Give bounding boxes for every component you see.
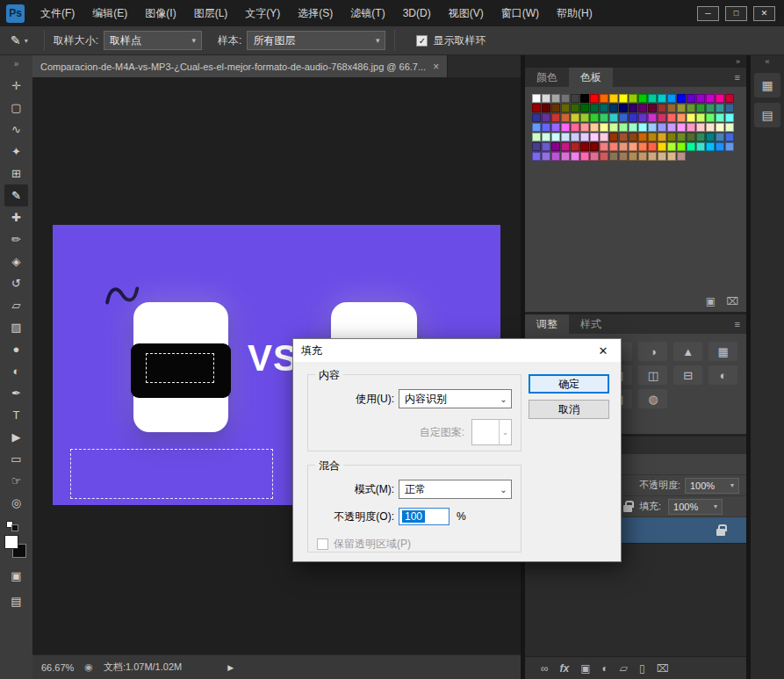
- color-swatch[interactable]: [542, 123, 550, 132]
- color-swatch[interactable]: [638, 94, 647, 103]
- foreground-background-colors[interactable]: [4, 535, 26, 558]
- show-sampling-ring-checkbox[interactable]: ✓: [416, 35, 428, 47]
- new-swatch-icon[interactable]: ▣: [706, 295, 716, 307]
- color-swatch[interactable]: [590, 104, 599, 112]
- color-swatch[interactable]: [716, 123, 724, 132]
- color-swatch[interactable]: [725, 94, 734, 103]
- hue-saturation-icon[interactable]: ▦: [708, 342, 737, 361]
- color-swatch[interactable]: [609, 133, 618, 141]
- lasso-tool[interactable]: ∿: [4, 119, 28, 141]
- marquee-tool[interactable]: ▢: [4, 97, 28, 119]
- color-swatch[interactable]: [542, 113, 550, 122]
- ok-button[interactable]: 确定: [529, 374, 609, 394]
- color-swatch[interactable]: [619, 152, 628, 161]
- color-swatch[interactable]: [580, 133, 589, 141]
- color-swatch[interactable]: [696, 142, 705, 151]
- dodge-tool[interactable]: ◐: [4, 360, 28, 382]
- menu-window[interactable]: 窗口(W): [493, 0, 548, 26]
- menu-type[interactable]: 文字(Y): [236, 0, 289, 26]
- menu-filter[interactable]: 滤镜(T): [342, 0, 393, 26]
- color-swatch[interactable]: [590, 133, 599, 141]
- color-swatch[interactable]: [677, 152, 686, 161]
- color-swatch[interactable]: [687, 113, 695, 122]
- channel-mixer-icon[interactable]: ◫: [638, 365, 667, 385]
- layer-mask-icon[interactable]: ▣: [580, 662, 590, 675]
- color-swatch[interactable]: [667, 123, 676, 132]
- fill-select[interactable]: 100% ▾: [668, 499, 723, 515]
- color-swatch[interactable]: [687, 142, 695, 151]
- color-swatch[interactable]: [706, 113, 715, 122]
- color-swatch[interactable]: [571, 152, 579, 161]
- collapse-panels-icon[interactable]: »: [736, 57, 740, 66]
- link-icon[interactable]: ∞: [541, 662, 549, 675]
- color-swatch[interactable]: [619, 123, 628, 132]
- color-swatch[interactable]: [706, 133, 715, 141]
- color-swatch[interactable]: [696, 104, 705, 112]
- color-swatch[interactable]: [619, 113, 628, 122]
- color-swatch[interactable]: [677, 123, 686, 132]
- color-swatch[interactable]: [629, 133, 637, 141]
- dialog-title-bar[interactable]: 填充 ✕: [293, 339, 621, 362]
- color-swatch[interactable]: [551, 123, 560, 132]
- color-swatch[interactable]: [638, 113, 647, 122]
- menu-help[interactable]: 帮助(H): [548, 0, 601, 26]
- maximize-button[interactable]: □: [725, 6, 747, 21]
- color-swatch[interactable]: [658, 104, 666, 112]
- color-swatch[interactable]: [725, 123, 734, 132]
- color-swatch[interactable]: [532, 133, 541, 141]
- color-swatch[interactable]: [551, 104, 560, 112]
- group-icon[interactable]: ▱: [620, 662, 628, 675]
- color-swatch[interactable]: [658, 94, 666, 103]
- color-swatch[interactable]: [706, 142, 715, 151]
- color-swatch[interactable]: [638, 152, 647, 161]
- color-swatch[interactable]: [532, 123, 541, 132]
- color-lookup-icon[interactable]: ⊟: [673, 365, 702, 385]
- color-swatch[interactable]: [629, 113, 637, 122]
- color-swatch[interactable]: [667, 104, 676, 112]
- zoom-tool[interactable]: ◎: [4, 492, 28, 514]
- color-swatch[interactable]: [648, 94, 657, 103]
- color-swatch[interactable]: [725, 142, 734, 151]
- color-swatch[interactable]: [609, 123, 618, 132]
- sample-size-select[interactable]: 取样点 ▾: [104, 31, 202, 50]
- color-swatch[interactable]: [658, 142, 666, 151]
- color-swatch[interactable]: [532, 113, 541, 122]
- color-swatch[interactable]: [658, 133, 666, 141]
- menu-select[interactable]: 选择(S): [289, 0, 342, 26]
- color-swatch[interactable]: [648, 123, 657, 132]
- color-swatch[interactable]: [677, 94, 686, 103]
- screen-mode-button[interactable]: ▤: [4, 590, 28, 612]
- menu-image[interactable]: 图像(I): [136, 0, 184, 26]
- tab-styles[interactable]: 样式: [569, 314, 613, 334]
- color-swatch[interactable]: [619, 104, 628, 112]
- exposure-icon[interactable]: ◑: [638, 342, 667, 361]
- color-swatch[interactable]: [629, 94, 637, 103]
- color-swatch[interactable]: [609, 104, 618, 112]
- color-swatch[interactable]: [706, 94, 715, 103]
- color-swatch[interactable]: [542, 133, 550, 141]
- move-tool[interactable]: ✛: [4, 75, 28, 97]
- expand-panels-icon[interactable]: «: [751, 55, 784, 68]
- tool-preset-picker[interactable]: ✎ ▾: [0, 26, 35, 54]
- color-swatch[interactable]: [571, 104, 579, 112]
- color-swatch[interactable]: [638, 123, 647, 132]
- close-button[interactable]: ✕: [753, 6, 775, 21]
- color-swatch[interactable]: [600, 152, 608, 161]
- color-swatch[interactable]: [571, 133, 579, 141]
- adjustment-layer-icon[interactable]: ◐: [602, 662, 608, 675]
- color-swatch[interactable]: [542, 152, 550, 161]
- color-swatch[interactable]: [687, 104, 695, 112]
- color-swatch[interactable]: [638, 104, 647, 112]
- color-swatch[interactable]: [619, 94, 628, 103]
- tab-color[interactable]: 颜色: [525, 68, 569, 87]
- color-swatch[interactable]: [677, 142, 686, 151]
- color-swatch[interactable]: [580, 152, 589, 161]
- color-swatch[interactable]: [725, 113, 734, 122]
- color-swatch[interactable]: [658, 123, 666, 132]
- color-swatch[interactable]: [580, 142, 589, 151]
- color-swatch[interactable]: [648, 142, 657, 151]
- eraser-tool[interactable]: ▱: [4, 294, 28, 316]
- crop-tool[interactable]: ⊞: [4, 163, 28, 184]
- color-swatch[interactable]: [629, 152, 637, 161]
- color-swatch[interactable]: [696, 133, 705, 141]
